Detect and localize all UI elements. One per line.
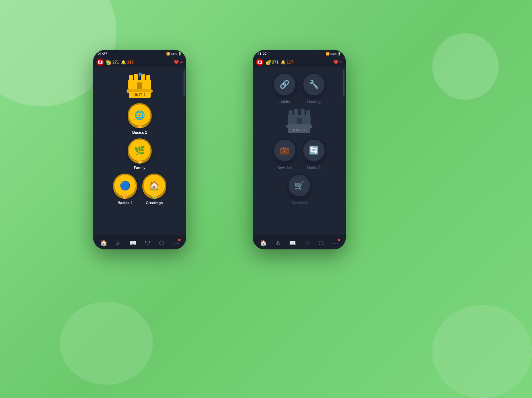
svg-rect-14 (306, 110, 310, 116)
lesson-label-basics1: Basics 1 (132, 130, 147, 134)
lesson-icon-habits2: 🔄 (309, 146, 319, 155)
crown-badge-basics2: 👑 (122, 194, 128, 199)
unit1-banner: UNIT 1 (129, 92, 151, 98)
flag-right[interactable]: 🇯🇵 (256, 59, 263, 66)
content-right[interactable]: 🔗 Habits 🔧 Housing (253, 67, 346, 235)
lesson-housing[interactable]: 🔧 Housing (302, 72, 326, 104)
lesson-icon-groceries: 🛒 (294, 181, 304, 190)
svg-rect-6 (139, 72, 140, 76)
crown-badge-basics1: 👑 (137, 123, 143, 128)
nav-book-left[interactable]: 📖 (130, 240, 136, 246)
crown-badge-family: 👑 (137, 158, 143, 164)
lesson-basics1[interactable]: 🌐 👑 Basics 1 (128, 103, 152, 134)
alert-icon-right: 🔔 (281, 60, 286, 65)
svg-rect-1 (134, 74, 138, 80)
svg-rect-11 (289, 110, 293, 116)
svg-rect-12 (294, 109, 298, 116)
lesson-family[interactable]: 🌿 👑 Family (128, 138, 152, 170)
unit3-castle: UNIT 3 (286, 108, 313, 133)
nav-shield-left[interactable]: 🛡 (145, 240, 150, 246)
nav-more-left[interactable]: ⋯ (173, 239, 179, 247)
battery-right: 54% (331, 52, 336, 56)
lesson-label-basics2: Basics 2 (118, 201, 133, 205)
lesson-circle-basics1[interactable]: 🌐 👑 (128, 103, 152, 127)
lesson-circle-habits2[interactable]: 🔄 (302, 138, 326, 162)
crown-stat-right: 👑 271 (265, 60, 279, 65)
status-bar-left: 21:27 📶 54% 🔋 (93, 50, 186, 57)
lesson-circle-groceries[interactable]: 🛒 (287, 174, 311, 198)
content-left[interactable]: UNIT 1 🌐 👑 Basics 1 🌿 👑 Family 🔵 👑 (93, 67, 186, 235)
lesson-circle-housing[interactable]: 🔧 (302, 72, 326, 96)
heart-stat-right: ❤️ ∞ (333, 60, 342, 65)
alert-stat-right: 🔔 117 (281, 60, 293, 65)
lesson-habits[interactable]: 🔗 Habits (273, 72, 297, 104)
lesson-label-housing: Housing (307, 100, 321, 104)
svg-marker-10 (152, 89, 153, 93)
nav-more-right[interactable]: ⋯ (333, 239, 339, 247)
time-right: 21:27 (257, 52, 267, 56)
lesson-label-family: Family (134, 166, 146, 170)
nav-dot-left (178, 239, 181, 241)
phone-left: 21:27 📶 54% 🔋 🇯🇵 👑 271 🔔 117 ❤️ ∞ (93, 50, 186, 249)
lesson-circle-newjob[interactable]: 💼 (273, 138, 297, 162)
lesson-icon-basics2: 🔵 (120, 181, 130, 191)
header-bar-right: 🇯🇵 👑 271 🔔 117 ❤️ ∞ (253, 57, 346, 67)
lesson-label-groceries: Groceries (291, 201, 307, 205)
heart-icon-left: ❤️ (174, 60, 179, 65)
nav-learn-right[interactable]: あ (276, 240, 280, 246)
lesson-label-habits: Habits (279, 100, 290, 104)
castle-icon-gray (286, 108, 313, 129)
lesson-icon-basics1: 🌐 (134, 110, 145, 120)
scrollbar-left (184, 70, 185, 96)
lesson-groceries[interactable]: 🛒 Groceries (287, 174, 311, 205)
phone-right: 21:27 📶 54% 🔋 🇯🇵 👑 271 🔔 117 ❤️ ∞ (253, 50, 346, 249)
lesson-circle-basics2[interactable]: 🔵 👑 (113, 174, 137, 198)
heart-stat-left: ❤️ ∞ (174, 60, 183, 65)
status-icons-left: 📶 54% 🔋 (166, 52, 182, 56)
lesson-icon-family: 🌿 (134, 145, 145, 156)
lesson-greetings[interactable]: 🏠 👑 Greetings (142, 174, 166, 205)
lesson-circle-greetings[interactable]: 🏠 👑 (142, 174, 166, 198)
flag-left[interactable]: 🇯🇵 (96, 59, 104, 66)
crown-icon-left: 👑 (106, 60, 111, 65)
castle-icon-yellow (126, 72, 153, 94)
nav-book-right[interactable]: 📖 (289, 240, 296, 246)
svg-marker-18 (286, 124, 287, 128)
nav-league-right[interactable]: ⬡ (319, 239, 324, 247)
nav-home-right[interactable]: 🏠 (260, 239, 267, 247)
nav-shield-right[interactable]: 🛡 (305, 240, 310, 246)
unit3-banner: UNIT 3 (288, 127, 310, 133)
lesson-label-habits2: Habits 2 (307, 166, 321, 170)
nav-league-left[interactable]: ⬡ (159, 239, 164, 247)
svg-marker-9 (126, 89, 128, 93)
lesson-label-newjob: New Job (278, 166, 292, 170)
lesson-circle-family[interactable]: 🌿 👑 (128, 138, 152, 162)
lesson-row-top-right: 🔗 Habits 🔧 Housing (273, 72, 326, 104)
lesson-label-greetings: Greetings (146, 201, 163, 205)
status-bar-right: 21:27 📶 54% 🔋 (253, 50, 346, 57)
svg-marker-19 (311, 124, 313, 128)
svg-rect-3 (146, 75, 150, 80)
alert-icon-left: 🔔 (121, 60, 126, 65)
lesson-newjob[interactable]: 💼 New Job (273, 138, 297, 170)
svg-rect-16 (297, 118, 302, 124)
lesson-icon-housing: 🔧 (309, 80, 319, 89)
svg-rect-13 (301, 109, 305, 116)
lesson-icon-greetings: 🏠 (149, 181, 160, 191)
battery-left: 54% (171, 52, 177, 56)
header-bar-left: 🇯🇵 👑 271 🔔 117 ❤️ ∞ (93, 57, 186, 67)
nav-home-left[interactable]: 🏠 (100, 239, 107, 247)
nav-learn-left[interactable]: あ (116, 240, 121, 246)
crown-stat-left: 👑 271 (106, 60, 119, 65)
crown-badge-greetings: 👑 (152, 194, 157, 199)
unit1-castle: UNIT 1 (126, 72, 153, 98)
alert-stat-left: 🔔 117 (121, 60, 134, 65)
crown-icon-right: 👑 (265, 60, 271, 65)
nav-dot-right (338, 239, 340, 241)
lesson-circle-habits[interactable]: 🔗 (273, 72, 297, 96)
bottom-nav-left: 🏠 あ 📖 🛡 ⬡ ⋯ (93, 235, 186, 249)
lesson-row-mid-right: 💼 New Job 🔄 Habits 2 (273, 138, 326, 170)
lesson-habits2[interactable]: 🔄 Habits 2 (302, 138, 326, 170)
lesson-row-2: 🔵 👑 Basics 2 🏠 👑 Greetings (113, 174, 166, 205)
lesson-basics2[interactable]: 🔵 👑 Basics 2 (113, 174, 137, 205)
